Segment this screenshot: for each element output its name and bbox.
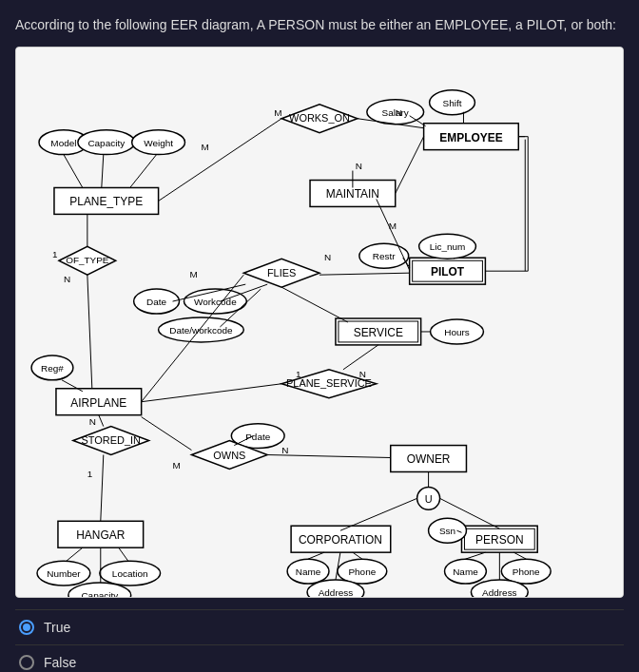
svg-text:FLIES: FLIES [267,267,296,278]
svg-text:M: M [274,107,281,118]
svg-text:STORED_IN: STORED_IN [82,434,142,446]
svg-text:Address: Address [482,587,517,597]
svg-text:Workcode: Workcode [194,297,237,307]
svg-text:Hours: Hours [444,327,470,337]
svg-text:N: N [396,107,402,118]
svg-text:1: 1 [52,249,58,259]
eer-diagram: EMPLOYEE Salary Shift WORKS_ON MAINTAIN … [15,47,624,598]
svg-text:M: M [173,460,181,470]
svg-text:PLANE_TYPE: PLANE_TYPE [69,195,143,208]
svg-text:1: 1 [296,369,301,379]
svg-text:M: M [189,269,197,279]
svg-text:Reg#: Reg# [41,363,64,374]
svg-text:WORKS_ON: WORKS_ON [289,112,350,124]
svg-text:U: U [425,493,433,505]
svg-text:Shift: Shift [443,98,462,108]
svg-text:N: N [64,274,70,284]
svg-text:Pdate: Pdate [245,432,270,442]
svg-text:MAINTAIN: MAINTAIN [326,187,379,201]
question-text: According to the following EER diagram, … [15,15,624,35]
svg-text:Lic_num: Lic_num [430,241,466,252]
svg-text:AIRPLANE: AIRPLANE [70,396,126,410]
svg-text:N: N [281,445,288,455]
svg-text:Number: Number [47,568,81,579]
options-container: True False [15,609,624,672]
radio-false[interactable] [19,655,34,670]
option-true-label: True [44,620,70,635]
svg-text:Phone: Phone [513,566,540,577]
svg-text:PERSON: PERSON [475,533,523,547]
svg-text:M: M [389,221,397,231]
svg-text:OWNS: OWNS [213,450,245,461]
svg-text:Capacity: Capacity [87,138,125,148]
svg-text:Phone: Phone [348,566,376,577]
svg-text:Date/workcode: Date/workcode [169,325,233,336]
svg-text:N: N [89,416,96,427]
option-true[interactable]: True [15,609,624,645]
svg-text:Date: Date [146,297,166,307]
svg-text:SERVICE: SERVICE [354,326,403,339]
svg-text:N: N [359,369,366,379]
svg-text:OWNER: OWNER [407,452,451,466]
svg-text:Weight: Weight [144,138,173,148]
svg-text:1: 1 [87,469,93,479]
svg-text:CORPORATION: CORPORATION [299,533,382,547]
svg-text:HANGAR: HANGAR [76,528,125,542]
svg-text:EMPLOYEE: EMPLOYEE [439,131,502,144]
svg-text:Name: Name [453,566,478,577]
svg-text:M: M [201,142,208,152]
svg-text:Address: Address [319,587,354,597]
svg-text:Name: Name [296,566,321,577]
svg-text:OF_TYPE: OF_TYPE [66,255,109,265]
svg-text:Ssn: Ssn [439,526,455,536]
radio-true[interactable] [19,620,34,635]
svg-text:N: N [324,252,331,262]
option-false-label: False [44,655,76,670]
option-false[interactable]: False [15,645,624,672]
svg-text:PILOT: PILOT [431,265,465,278]
svg-text:N: N [356,161,362,171]
svg-text:Capacity: Capacity [81,590,118,597]
svg-text:Location: Location [112,568,148,579]
svg-text:Restr: Restr [373,251,396,261]
svg-text:Model: Model [50,138,76,148]
